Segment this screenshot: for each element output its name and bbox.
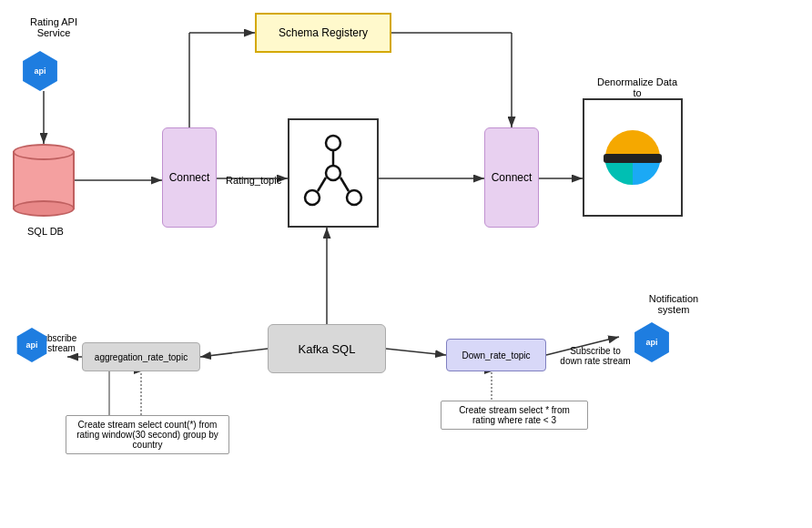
svg-line-26	[340, 178, 349, 191]
notification-system-label: Notification system	[637, 293, 710, 315]
connect-right-box: Connect	[484, 127, 539, 228]
rating-api-icon: api	[20, 51, 60, 91]
elastic-box	[583, 98, 683, 217]
diagram-container: Schema Registery Rating API Service api …	[0, 0, 812, 528]
svg-point-23	[347, 190, 361, 205]
connect-left-box: Connect	[162, 127, 217, 228]
kafka-box	[288, 118, 379, 228]
note2-box: Create stream select * from rating where…	[441, 401, 588, 430]
subscriber-api-icon: api	[15, 328, 49, 362]
sql-db-label: SQL DB	[18, 226, 73, 237]
notification-api-hex: api	[632, 322, 672, 362]
rating-api-label: Rating API Service	[22, 16, 86, 38]
svg-rect-27	[604, 154, 662, 163]
cylinder-top	[13, 144, 75, 160]
svg-line-11	[200, 349, 268, 357]
svg-point-20	[326, 166, 340, 180]
subscriber-api-hex: api	[15, 328, 49, 362]
sql-db-cylinder	[13, 144, 75, 217]
kafka-icon	[301, 132, 365, 214]
elastic-logo-svg	[596, 121, 669, 194]
subscribe-down-label: Subscribe to down rate stream	[559, 346, 632, 366]
rating-topic-label: Rating_topic	[226, 175, 281, 186]
schema-registry-label: Schema Registery	[279, 26, 368, 39]
kafka-sql-box: Kafka SQL	[268, 324, 386, 373]
cylinder-shape	[13, 144, 75, 217]
svg-line-25	[318, 178, 326, 191]
aggregation-rate-topic-box: aggregation_rate_topic	[82, 342, 200, 371]
notification-api-icon: api	[632, 322, 672, 362]
rating-api-hex: api	[20, 51, 60, 91]
svg-line-12	[386, 349, 446, 355]
svg-point-21	[326, 136, 340, 150]
note1-box: Create stream select count(*) from ratin…	[66, 415, 229, 454]
cylinder-bottom	[13, 200, 75, 217]
schema-registry-box: Schema Registery	[255, 13, 391, 53]
down-rate-topic-box: Down_rate_topic	[446, 339, 546, 371]
svg-point-22	[305, 190, 320, 205]
